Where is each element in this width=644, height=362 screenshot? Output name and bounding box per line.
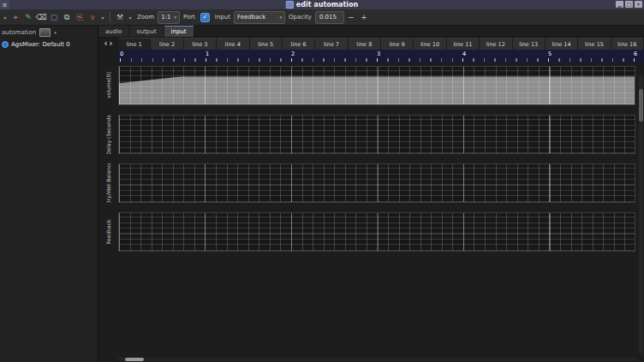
paste-icon[interactable]: ⎘: [74, 11, 86, 24]
select-icon[interactable]: ▢: [48, 11, 60, 24]
edit-automation-window: ≡ edit automation ▁ □ × ▾ ⌖ ✎ ⌫ ▢ ⧉ ⎘ ∨ …: [0, 0, 644, 362]
lane-delay: Delay (Seconds): [98, 115, 635, 154]
ruler-ticks: [120, 58, 644, 62]
toolbar-separator: [110, 12, 110, 22]
lane-label: Feedback: [98, 212, 118, 252]
horizontal-scrollbar-handle[interactable]: [125, 358, 144, 361]
line-tab-10[interactable]: line 10: [414, 38, 446, 50]
port-select[interactable]: Feedback ▾: [234, 11, 285, 24]
tools-menu-arrow-icon[interactable]: ▾: [127, 11, 134, 24]
port-value: Feedback: [237, 14, 265, 21]
tab-input[interactable]: input: [164, 26, 194, 37]
title-area: edit automation: [286, 0, 358, 9]
content-area: automation ▾ AgsMixer: Default 0 audio o…: [0, 26, 644, 362]
lane-drywet: Dry/Wet Balance: [98, 163, 635, 203]
automation-grid-drywet[interactable]: [118, 163, 635, 203]
scroll-left-icon[interactable]: ‹: [104, 39, 108, 48]
copy-icon[interactable]: ⧉: [61, 11, 73, 24]
chevron-down-icon: ▾: [279, 15, 282, 20]
scope-tabs: audio output input: [98, 26, 644, 38]
automation-grid-delay[interactable]: [118, 115, 635, 154]
lane-volume: volume[0]: [98, 66, 635, 105]
vertical-scrollbar-handle[interactable]: [639, 89, 643, 122]
invert-icon[interactable]: ∨: [86, 11, 98, 24]
ruler-tick-label: 3: [377, 50, 380, 57]
line-tab-5[interactable]: line 5: [250, 38, 283, 50]
machine-sidebar: automation ▾ AgsMixer: Default 0: [0, 26, 98, 362]
line-tab-15[interactable]: line 15: [578, 38, 611, 50]
timeline-ruler[interactable]: 0 1 2 3 4 5 6: [118, 50, 644, 62]
window-title: edit automation: [296, 1, 358, 9]
line-tab-8[interactable]: line 8: [349, 38, 381, 50]
zoom-select[interactable]: 1:1 ▾: [158, 11, 180, 24]
titlebar[interactable]: ≡ edit automation ▁ □ ×: [0, 0, 644, 9]
radio-selected-icon[interactable]: [2, 41, 9, 48]
line-tab-13[interactable]: line 13: [513, 38, 546, 50]
line-scroll-arrows: ‹ ›: [98, 38, 118, 50]
machine-selector-arrow-icon[interactable]: ▾: [54, 30, 57, 35]
port-label: Port: [183, 14, 195, 21]
line-tab-7[interactable]: line 7: [315, 38, 348, 50]
input-label: Input: [215, 14, 230, 21]
ruler-tick-label: 4: [462, 50, 466, 57]
opacity-value: 0.015: [319, 14, 337, 21]
ruler-tick-label: 1: [206, 50, 209, 57]
lane-label: Dry/Wet Balance: [98, 163, 118, 203]
ruler-tick-label: 5: [548, 50, 552, 57]
edit-pencil-icon[interactable]: ✎: [22, 11, 34, 24]
line-tab-6[interactable]: line 6: [283, 38, 315, 50]
line-tab-11[interactable]: line 11: [447, 38, 480, 50]
zoom-label: Zoom: [137, 14, 154, 21]
automation-editor: audio output input ‹ › line 1 line 2 lin…: [98, 26, 644, 362]
line-tab-2[interactable]: line 2: [151, 38, 183, 50]
tab-output[interactable]: output: [129, 26, 164, 37]
automation-grid-feedback[interactable]: [118, 212, 635, 252]
vertical-scrollbar[interactable]: [639, 75, 643, 353]
automation-grid-volume[interactable]: [118, 66, 635, 105]
lane-label: volume[0]: [98, 66, 118, 105]
close-button[interactable]: ×: [635, 1, 642, 8]
lane-label: Delay (Seconds): [98, 115, 118, 154]
machine-name: AgsMixer: Default 0: [11, 41, 70, 48]
line-tab-16[interactable]: line 16: [611, 38, 644, 50]
tools-menu-icon[interactable]: ⚒: [114, 11, 126, 24]
ruler-tick-label: 6: [634, 50, 637, 57]
chevron-down-icon: ▾: [174, 15, 176, 20]
grid-lines: [119, 116, 635, 153]
machine-selector-icon[interactable]: [39, 28, 51, 37]
minimize-button[interactable]: ▁: [616, 1, 623, 8]
zoom-value: 1:1: [161, 14, 170, 21]
clear-icon[interactable]: ⌫: [35, 11, 47, 24]
window-menu-icon[interactable]: ≡: [0, 0, 9, 9]
horizontal-scrollbar[interactable]: [118, 358, 635, 361]
input-checkbox[interactable]: ✓: [200, 13, 210, 22]
automation-lanes: volume[0] Delay (Seconds): [98, 66, 644, 261]
line-tab-3[interactable]: line 3: [184, 38, 217, 50]
machine-radio-row[interactable]: AgsMixer: Default 0: [0, 39, 98, 50]
ruler-tick-label: 2: [291, 50, 295, 57]
tab-audio[interactable]: audio: [98, 26, 129, 37]
opacity-label: Opacity: [289, 14, 312, 21]
ruler-tick-label: 0: [120, 50, 123, 57]
line-tab-9[interactable]: line 9: [381, 38, 414, 50]
line-tab-1[interactable]: line 1: [118, 38, 151, 50]
line-tab-14[interactable]: line 14: [546, 38, 578, 50]
line-tab-bar: ‹ › line 1 line 2 line 3 line 4 line 5 l…: [98, 38, 644, 50]
line-tab-4[interactable]: line 4: [217, 38, 249, 50]
automation-toolbar: ▾ ⌖ ✎ ⌫ ▢ ⧉ ⎘ ∨ ▾ ⚒ ▾ Zoom 1:1 ▾ Port ✓ …: [0, 9, 644, 26]
toolbar-overflow-icon[interactable]: ▾: [2, 11, 9, 24]
grid-lines: [119, 67, 635, 104]
window-controls: ▁ □ ×: [614, 1, 642, 8]
maximize-button[interactable]: □: [625, 1, 633, 8]
line-tab-12[interactable]: line 12: [480, 38, 512, 50]
grid-lines: [119, 213, 635, 251]
add-automation-button[interactable]: +: [358, 11, 370, 24]
opacity-spinner[interactable]: 0.015: [315, 11, 344, 24]
position-cursor-icon[interactable]: ⌖: [9, 11, 21, 24]
lane-feedback: Feedback: [98, 212, 635, 252]
line-tabs: line 1 line 2 line 3 line 4 line 5 line …: [118, 38, 644, 50]
sidebar-title: automation: [2, 29, 36, 36]
paste-options-arrow-icon[interactable]: ▾: [99, 11, 106, 24]
remove-automation-button[interactable]: −: [345, 11, 357, 24]
scroll-right-icon[interactable]: ›: [110, 39, 113, 48]
